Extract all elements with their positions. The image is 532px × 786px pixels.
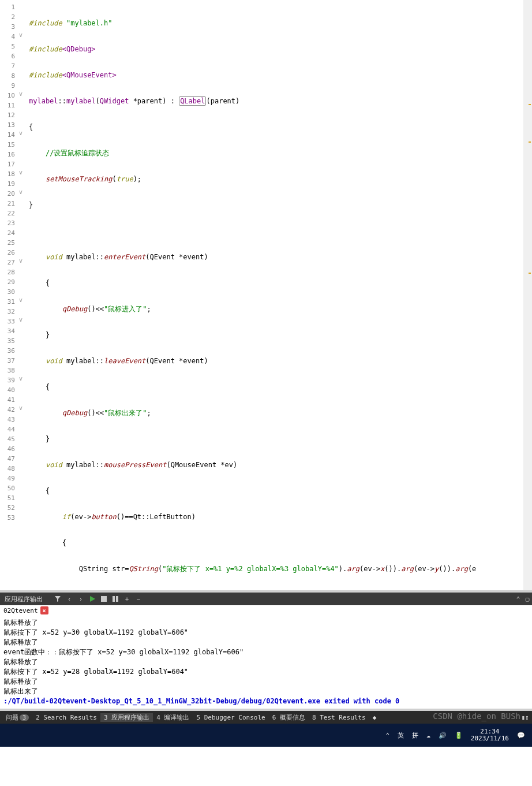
run-icon[interactable] (88, 594, 97, 604)
notifications-icon[interactable]: 💬 (517, 732, 525, 739)
tab-search-results[interactable]: 2 Search Results (32, 714, 100, 721)
volume-icon[interactable]: 🔊 (439, 732, 447, 739)
tab-app-output[interactable]: 3 应用程序输出 (100, 713, 153, 722)
output-content[interactable]: 鼠标释放了 鼠标按下了 x=52 y=30 globalX=1192 globa… (0, 616, 532, 709)
code-editor[interactable]: 1234567891011121314151617181920212223242… (0, 0, 532, 590)
clock[interactable]: 21:34 2023/11/16 (471, 728, 509, 742)
next-icon[interactable]: › (76, 594, 85, 604)
battery-icon[interactable]: 🔋 (455, 732, 463, 739)
tab-general[interactable]: 6 概要信息 (269, 713, 309, 722)
prev-icon[interactable]: ‹ (65, 594, 74, 604)
output-tab[interactable]: 02Qtevent × (0, 605, 532, 616)
attach-icon[interactable] (111, 594, 120, 604)
maximize-icon[interactable]: ▢ (523, 594, 532, 604)
vertical-scrollbar[interactable] (523, 0, 532, 590)
tab-test-results[interactable]: 8 Test Results (309, 714, 369, 721)
tab-compile-output[interactable]: 4 编译输出 (153, 713, 193, 722)
svg-rect-1 (113, 596, 115, 602)
svg-rect-0 (101, 596, 107, 602)
svg-rect-2 (116, 596, 118, 602)
ime-mode[interactable]: 拼 (412, 731, 418, 740)
output-panel: 应用程序输出 ‹ › + − ⌃ ▢ 02Qtevent × 鼠标释放了 鼠标按… (0, 593, 532, 709)
fold-column[interactable]: vvvvvvvvvv (17, 0, 24, 590)
windows-taskbar: ⌃ 英 拼 ☁ 🔊 🔋 21:34 2023/11/16 💬 (0, 724, 532, 747)
minus-icon[interactable]: − (134, 594, 143, 604)
line-number-gutter: 1234567891011121314151617181920212223242… (0, 0, 17, 590)
close-tab-icon[interactable]: × (40, 606, 48, 614)
tab-debugger-console[interactable]: 5 Debugger Console (193, 714, 269, 721)
tray-chevron-icon[interactable]: ⌃ (386, 732, 390, 739)
bottom-tabs: 问题3 2 Search Results 3 应用程序输出 4 编译输出 5 D… (0, 711, 532, 724)
output-header: 应用程序输出 ‹ › + − ⌃ ▢ (0, 593, 532, 605)
add-icon[interactable]: + (122, 594, 132, 604)
output-title: 应用程序输出 (0, 595, 47, 604)
ime-lang[interactable]: 英 (398, 731, 404, 740)
sidebar-toggle-icon[interactable]: ▮▯ (520, 713, 530, 722)
tab-more-icon[interactable]: ◆ (369, 714, 380, 721)
code-content[interactable]: #include "mylabel.h" #include<QDebug> #i… (24, 0, 532, 590)
tab-issues[interactable]: 问题3 (2, 713, 32, 722)
onedrive-icon[interactable]: ☁ (426, 732, 430, 739)
stop-icon[interactable] (99, 594, 108, 604)
filter-icon[interactable] (53, 594, 62, 604)
collapse-icon[interactable]: ⌃ (514, 594, 523, 604)
